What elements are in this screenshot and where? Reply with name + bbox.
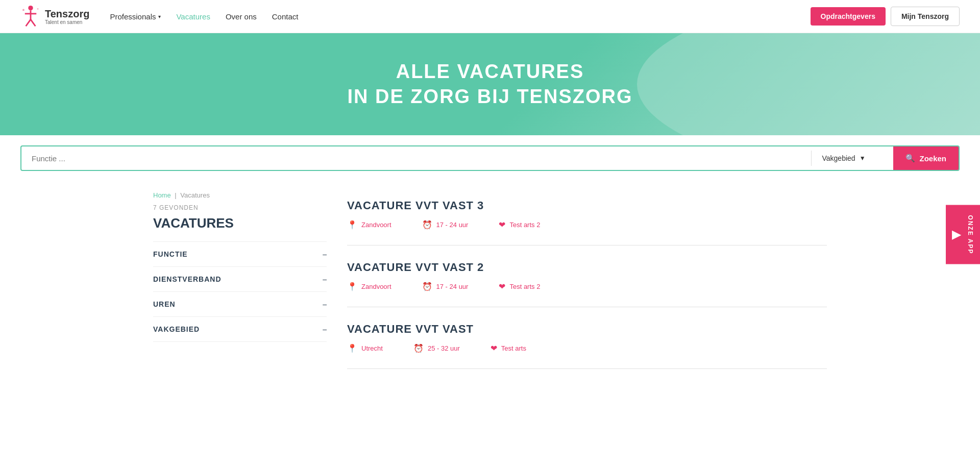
breadcrumb-current: Vacatures <box>180 191 210 199</box>
logo-name: Tenszorg <box>45 8 89 19</box>
vacature-specialty-3: ❤ Test arts <box>491 343 526 353</box>
vakgebied-dropdown[interactable]: Vakgebied ▼ <box>812 154 893 162</box>
svg-line-4 <box>31 19 35 26</box>
vakgebied-label: Vakgebied <box>822 154 855 162</box>
vakgebied-chevron-icon: ▼ <box>860 155 866 162</box>
vacature-specialty-2: ❤ Test arts 2 <box>499 282 540 291</box>
sidebar: Home | Vacatures 7 GEVONDEN VACATURES FU… <box>153 181 347 379</box>
nav-over-ons[interactable]: Over ons <box>226 12 257 21</box>
filter-uren-label: UREN <box>153 300 176 308</box>
vacature-meta-1: 📍 Zandvoort ⏰ 17 - 24 uur ❤ Test arts 2 <box>347 220 827 230</box>
filter-functie-chevron-icon: – <box>323 250 327 258</box>
filter-uren[interactable]: UREN – <box>153 292 327 317</box>
heart-icon-3: ❤ <box>491 343 497 353</box>
filter-dienstverband-label: DIENSTVERBAND <box>153 275 222 283</box>
hero-title-line1: ALLE VACATURES <box>347 59 632 84</box>
svg-point-6 <box>37 8 39 10</box>
heart-icon-2: ❤ <box>499 282 505 291</box>
opdrachtgevers-button[interactable]: Opdrachtgevers <box>811 7 886 26</box>
filter-dienstverband-chevron-icon: – <box>323 275 327 283</box>
svg-line-3 <box>26 19 31 26</box>
svg-point-0 <box>28 5 33 10</box>
logo-text: Tenszorg Talent en samen <box>45 8 89 25</box>
location-icon-3: 📍 <box>347 343 357 353</box>
heart-icon-1: ❤ <box>499 220 505 230</box>
app-store-icon: ▶ <box>952 228 962 241</box>
main-nav: Professionals ▾ Vacatures Over ons Conta… <box>110 12 298 21</box>
hero-title-line2: IN DE ZORG BIJ TENSZORG <box>347 84 632 109</box>
logo-icon <box>20 5 41 28</box>
vacature-title-3[interactable]: VACATURE VVT VAST <box>347 323 827 336</box>
filter-functie[interactable]: FUNCTIE – <box>153 242 327 267</box>
mijn-tenszorg-button[interactable]: Mijn Tenszorg <box>891 7 960 26</box>
vacature-specialty-1: ❤ Test arts 2 <box>499 220 540 230</box>
logo-tagline: Talent en samen <box>45 19 89 25</box>
vacature-hours-2: ⏰ 17 - 24 uur <box>422 282 469 291</box>
nav-contact[interactable]: Contact <box>272 12 299 21</box>
nav-professionals[interactable]: Professionals ▾ <box>110 12 161 21</box>
logo[interactable]: Tenszorg Talent en samen <box>20 5 89 28</box>
location-icon-2: 📍 <box>347 282 357 291</box>
vacature-card-1: VACATURE VVT VAST 3 📍 Zandvoort ⏰ 17 - 2… <box>347 191 827 245</box>
clock-icon-1: ⏰ <box>422 220 432 230</box>
search-section: Vakgebied ▼ 🔍 Zoeken <box>0 135 980 181</box>
filter-section: FUNCTIE – DIENSTVERBAND – UREN – VAKGEBI… <box>153 241 327 342</box>
vacature-card-3: VACATURE VVT VAST 📍 Utrecht ⏰ 25 - 32 uu… <box>347 307 827 369</box>
filter-vakgebied-chevron-icon: – <box>323 325 327 333</box>
header: Tenszorg Talent en samen Professionals ▾… <box>0 0 980 33</box>
filter-uren-chevron-icon: – <box>323 300 327 308</box>
hero-text: ALLE VACATURES IN DE ZORG BIJ TENSZORG <box>347 59 632 110</box>
vacature-card-2: VACATURE VVT VAST 2 📍 Zandvoort ⏰ 17 - 2… <box>347 245 827 307</box>
search-bar: Vakgebied ▼ 🔍 Zoeken <box>20 145 960 171</box>
vacature-location-2: 📍 Zandvoort <box>347 282 391 291</box>
location-icon-1: 📍 <box>347 220 357 230</box>
vacature-hours-3: ⏰ 25 - 32 uur <box>413 343 460 353</box>
filter-dienstverband[interactable]: DIENSTVERBAND – <box>153 267 327 292</box>
breadcrumb: Home | Vacatures <box>153 191 327 199</box>
hero-banner: ALLE VACATURES IN DE ZORG BIJ TENSZORG <box>0 33 980 135</box>
vacature-location-1: 📍 Zandvoort <box>347 220 391 230</box>
nav-vacatures[interactable]: Vacatures <box>176 12 210 21</box>
filter-vakgebied[interactable]: VAKGEBIED – <box>153 317 327 342</box>
found-count: 7 GEVONDEN <box>153 204 327 211</box>
chevron-down-icon: ▾ <box>158 14 161 19</box>
breadcrumb-home[interactable]: Home <box>153 191 171 199</box>
search-button[interactable]: 🔍 Zoeken <box>893 146 959 170</box>
main-content: Home | Vacatures 7 GEVONDEN VACATURES FU… <box>133 181 847 379</box>
breadcrumb-separator: | <box>175 191 178 199</box>
svg-point-5 <box>22 9 24 11</box>
header-right: Opdrachtgevers Mijn Tenszorg <box>811 7 960 26</box>
vacature-meta-2: 📍 Zandvoort ⏰ 17 - 24 uur ❤ Test arts 2 <box>347 282 827 291</box>
vacature-location-3: 📍 Utrecht <box>347 343 383 353</box>
vacature-list: VACATURE VVT VAST 3 📍 Zandvoort ⏰ 17 - 2… <box>347 181 827 379</box>
filter-functie-label: FUNCTIE <box>153 250 188 258</box>
vacature-hours-1: ⏰ 17 - 24 uur <box>422 220 469 230</box>
side-app-button[interactable]: ONZE APP ▶ <box>946 205 980 264</box>
filter-vakgebied-label: VAKGEBIED <box>153 325 200 333</box>
vacature-title-1[interactable]: VACATURE VVT VAST 3 <box>347 199 827 212</box>
clock-icon-2: ⏰ <box>422 282 432 291</box>
search-input[interactable] <box>21 147 811 170</box>
sidebar-title: VACATURES <box>153 215 327 231</box>
clock-icon-3: ⏰ <box>413 343 424 353</box>
vacature-meta-3: 📍 Utrecht ⏰ 25 - 32 uur ❤ Test arts <box>347 343 827 353</box>
header-left: Tenszorg Talent en samen Professionals ▾… <box>20 5 298 28</box>
search-icon: 🔍 <box>905 154 915 163</box>
vacature-title-2[interactable]: VACATURE VVT VAST 2 <box>347 261 827 274</box>
